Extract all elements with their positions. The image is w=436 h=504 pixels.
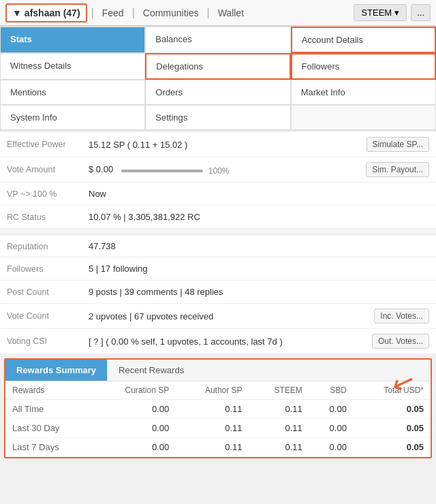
row-alltime-author: 0.11 bbox=[176, 400, 249, 419]
reputation-value: 47.738 bbox=[89, 241, 429, 251]
rewards-summary-tab[interactable]: Rewards Summary bbox=[5, 360, 107, 381]
stats-section: Effective Power 15.12 SP ( 0.11 + 15.02 … bbox=[0, 132, 436, 354]
menu-grid: Stats Balances Account Details Witness D… bbox=[0, 26, 436, 131]
vote-count-label: Vote Count bbox=[7, 311, 89, 321]
out-votes-button[interactable]: Out. Votes... bbox=[372, 334, 429, 349]
feed-link[interactable]: Feed bbox=[98, 5, 128, 21]
menu-orders[interactable]: Orders bbox=[145, 80, 290, 105]
followers-value: 5 | 17 following bbox=[89, 264, 429, 274]
menu-witness-details[interactable]: Witness Details bbox=[0, 53, 145, 80]
row-30day-total: 0.05 bbox=[354, 419, 431, 438]
voting-csi-value: [ ? ] ( 0.00 % self, 1 upvotes, 1 accoun… bbox=[89, 336, 368, 347]
section-divider bbox=[0, 229, 436, 234]
col-total-usd: Total USD* bbox=[354, 381, 431, 400]
menu-system-info[interactable]: System Info bbox=[0, 105, 145, 130]
nav-right: STEEM ▾ ... bbox=[354, 4, 431, 21]
post-count-value: 9 posts | 39 comments | 48 replies bbox=[89, 287, 429, 297]
effective-power-label: Effective Power bbox=[7, 140, 89, 149]
menu-stats[interactable]: Stats bbox=[0, 27, 145, 53]
vote-amount-row: Vote Amount $ 0.00 100% Sim. Payout... bbox=[0, 157, 436, 183]
top-nav: ▼ afshaan (47) | Feed | Communities | Wa… bbox=[0, 0, 436, 26]
row-7days-label: Last 7 Days bbox=[5, 438, 93, 457]
row-7days-sbd: 0.00 bbox=[309, 438, 354, 457]
row-alltime-steem: 0.11 bbox=[249, 400, 309, 419]
simulate-sp-button[interactable]: Simulate SP... bbox=[367, 137, 429, 152]
col-sbd: SBD bbox=[309, 381, 354, 400]
row-30day-sbd: 0.00 bbox=[309, 419, 354, 438]
row-7days-author: 0.11 bbox=[176, 438, 249, 457]
more-options-button[interactable]: ... bbox=[411, 4, 431, 21]
effective-power-value: 15.12 SP ( 0.11 + 15.02 ) bbox=[89, 140, 362, 150]
followers-row: Followers 5 | 17 following bbox=[0, 257, 436, 281]
nav-divider2: | bbox=[132, 7, 135, 19]
reputation-row: Reputation 47.738 bbox=[0, 234, 436, 257]
vote-slider[interactable] bbox=[121, 170, 203, 172]
col-author-sp: Author SP bbox=[176, 381, 249, 400]
menu-settings[interactable]: Settings bbox=[145, 105, 290, 130]
menu-market-info[interactable]: Market Info bbox=[291, 80, 436, 105]
row-alltime-sbd: 0.00 bbox=[309, 400, 354, 419]
rc-status-row: RC Status 10.07 % | 3,305,381,922 RC bbox=[0, 206, 436, 229]
rc-status-value: 10.07 % | 3,305,381,922 RC bbox=[89, 212, 429, 222]
menu-followers[interactable]: Followers bbox=[291, 53, 436, 80]
row-30day-curation: 0.00 bbox=[93, 419, 176, 438]
inc-votes-button[interactable]: Inc. Votes... bbox=[374, 309, 429, 324]
vote-count-row: Vote Count 2 upvotes | 67 upvotes receiv… bbox=[0, 304, 436, 329]
row-30day-steem: 0.11 bbox=[249, 419, 309, 438]
rewards-section: Rewards Summary Recent Rewards Rewards C… bbox=[4, 358, 432, 458]
menu-account-details[interactable]: Account Details bbox=[291, 27, 436, 53]
username-label: afshaan (47) bbox=[25, 7, 80, 18]
row-7days-total: 0.05 bbox=[354, 438, 431, 457]
table-row: Last 30 Day 0.00 0.11 0.11 0.00 0.05 bbox=[5, 419, 431, 438]
row-alltime-curation: 0.00 bbox=[93, 400, 176, 419]
menu-mentions[interactable]: Mentions bbox=[0, 80, 145, 105]
effective-power-row: Effective Power 15.12 SP ( 0.11 + 15.02 … bbox=[0, 132, 436, 157]
menu-delegations[interactable]: Delegations bbox=[145, 53, 290, 80]
dropdown-arrow-icon: ▼ bbox=[12, 7, 22, 18]
vote-pct: 100% bbox=[208, 166, 230, 176]
vp-value: Now bbox=[89, 189, 429, 199]
menu-balances[interactable]: Balances bbox=[145, 27, 290, 53]
rewards-table: Rewards Curation SP Author SP STEEM SBD … bbox=[5, 381, 431, 457]
vote-amount-value: $ 0.00 100% bbox=[89, 164, 362, 176]
menu-empty bbox=[291, 105, 436, 130]
vp-label: VP ~> 100 % bbox=[7, 189, 89, 199]
steem-arrow-icon: ▾ bbox=[394, 7, 399, 18]
recent-rewards-tab[interactable]: Recent Rewards bbox=[107, 360, 431, 381]
vp-row: VP ~> 100 % Now bbox=[0, 183, 436, 206]
communities-link[interactable]: Communities bbox=[139, 5, 203, 21]
rc-status-label: RC Status bbox=[7, 212, 89, 222]
steem-button[interactable]: STEEM ▾ bbox=[354, 4, 407, 21]
username-button[interactable]: ▼ afshaan (47) bbox=[5, 3, 87, 22]
wallet-link[interactable]: Wallet bbox=[214, 5, 248, 21]
table-row: All Time 0.00 0.11 0.11 0.00 0.05 bbox=[5, 400, 431, 419]
nav-divider: | bbox=[91, 7, 94, 19]
vote-amount-label: Vote Amount bbox=[7, 165, 89, 174]
col-curation-sp: Curation SP bbox=[93, 381, 176, 400]
followers-label: Followers bbox=[7, 264, 89, 274]
steem-label: STEEM bbox=[361, 7, 392, 18]
nav-divider3: | bbox=[207, 7, 210, 19]
row-30day-label: Last 30 Day bbox=[5, 419, 93, 438]
row-alltime-total: 0.05 bbox=[354, 400, 431, 419]
reputation-label: Reputation bbox=[7, 242, 89, 251]
col-rewards: Rewards bbox=[5, 381, 93, 400]
row-30day-author: 0.11 bbox=[176, 419, 249, 438]
voting-csi-row: Voting CSI [ ? ] ( 0.00 % self, 1 upvote… bbox=[0, 329, 436, 354]
sim-payout-button[interactable]: Sim. Payout... bbox=[366, 162, 429, 177]
voting-csi-label: Voting CSI bbox=[7, 336, 89, 346]
vote-count-value: 2 upvotes | 67 upvotes received bbox=[89, 311, 370, 321]
row-7days-steem: 0.11 bbox=[249, 438, 309, 457]
post-count-row: Post Count 9 posts | 39 comments | 48 re… bbox=[0, 281, 436, 304]
row-7days-curation: 0.00 bbox=[93, 438, 176, 457]
col-steem: STEEM bbox=[249, 381, 309, 400]
vote-dollar-value: $ 0.00 bbox=[89, 164, 113, 174]
table-row: Last 7 Days 0.00 0.11 0.11 0.00 0.05 bbox=[5, 438, 431, 457]
row-alltime-label: All Time bbox=[5, 400, 93, 419]
rewards-tabs: Rewards Summary Recent Rewards bbox=[5, 360, 431, 381]
post-count-label: Post Count bbox=[7, 287, 89, 297]
